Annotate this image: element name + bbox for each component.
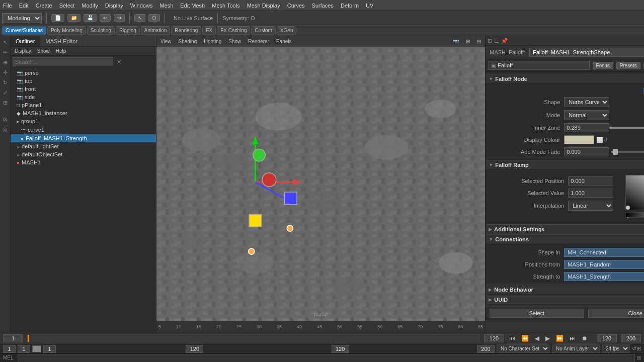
mode-dropdown-attr[interactable]: Normal bbox=[564, 110, 609, 120]
inner-zone-input[interactable] bbox=[564, 123, 609, 132]
menu-deform[interactable]: Deform bbox=[341, 3, 359, 9]
selected-value-input[interactable] bbox=[568, 189, 613, 198]
tab-xgen[interactable]: XGen bbox=[277, 26, 297, 35]
tab-outliner[interactable]: Outliner bbox=[11, 36, 41, 46]
menu-create[interactable]: Create bbox=[36, 3, 52, 9]
add-mode-fade-slider[interactable] bbox=[611, 151, 644, 153]
move-btn[interactable]: ✛ bbox=[0, 68, 10, 77]
character-set-dropdown[interactable]: No Character Set bbox=[497, 344, 550, 353]
undo-btn[interactable]: ↩ bbox=[100, 14, 111, 22]
tab-rigging[interactable]: Rigging bbox=[116, 26, 140, 35]
section-uuid[interactable]: ▶ UUID bbox=[486, 295, 644, 305]
step-fwd-btn[interactable]: ⏩ bbox=[555, 335, 565, 342]
new-scene-btn[interactable]: 📄 bbox=[51, 14, 64, 22]
tree-item-side[interactable]: 📷 side bbox=[11, 93, 156, 101]
sculpt-btn[interactable]: ⊕ bbox=[0, 58, 10, 67]
fps-dropdown[interactable]: 24 fps bbox=[602, 344, 630, 353]
soft-select-btn[interactable]: ◎ bbox=[0, 125, 10, 134]
go-to-start-btn[interactable]: ⏮ bbox=[508, 335, 516, 342]
play-fwd-btn[interactable]: ▶ bbox=[544, 335, 551, 342]
menu-surfaces[interactable]: Surfaces bbox=[312, 3, 334, 9]
status-frame-1[interactable] bbox=[3, 345, 16, 353]
tree-item-mash1[interactable]: ● MASH1 bbox=[11, 158, 156, 166]
mode-dropdown[interactable]: Modeling bbox=[2, 13, 42, 23]
vp-renderer-btn[interactable]: Renderer bbox=[246, 38, 271, 45]
tab-fx[interactable]: FX bbox=[202, 26, 216, 35]
menu-uv[interactable]: UV bbox=[366, 3, 373, 9]
interpolation-dropdown[interactable]: Linear bbox=[568, 201, 613, 211]
tab-custom[interactable]: Custom bbox=[251, 26, 275, 35]
section-additional-settings[interactable]: ▶ Additional Settings bbox=[486, 224, 644, 234]
scale-btn[interactable]: ⤢ bbox=[0, 88, 10, 97]
shape-dropdown[interactable]: Nurbs Curve bbox=[564, 97, 609, 107]
start-frame-field[interactable] bbox=[3, 334, 23, 342]
menu-select[interactable]: Select bbox=[59, 3, 75, 9]
tree-item-persp[interactable]: 📷 persp bbox=[11, 69, 156, 77]
vp-shading-btn[interactable]: Shading bbox=[177, 38, 199, 45]
tab-curves-surfaces[interactable]: Curves/Surfaces bbox=[2, 26, 46, 35]
menu-mesh-tools[interactable]: Mesh Tools bbox=[212, 3, 239, 9]
viewport[interactable]: persp bbox=[156, 47, 485, 321]
select-mode-btn[interactable]: ↖ bbox=[0, 38, 10, 47]
status-icon-2[interactable]: ⊞ bbox=[636, 345, 641, 352]
presets-btn[interactable]: Presets bbox=[616, 62, 640, 69]
section-falloff-ramp[interactable]: ▼ Falloff Ramp bbox=[486, 160, 644, 170]
vp-camera-btn[interactable]: 📷 bbox=[451, 38, 461, 45]
section-node-behavior[interactable]: ▶ Node Behavior bbox=[486, 285, 644, 295]
anim-range-field[interactable] bbox=[477, 345, 495, 353]
tab-animation[interactable]: Animation bbox=[141, 26, 170, 35]
tree-item-front[interactable]: 📷 front bbox=[11, 85, 156, 93]
mel-icon[interactable]: ⊞ bbox=[637, 355, 641, 360]
search-clear-icon[interactable]: ✕ bbox=[117, 59, 121, 65]
tab-sculpting[interactable]: Sculpting bbox=[87, 26, 115, 35]
status-frame-2[interactable] bbox=[18, 345, 30, 353]
search-input[interactable] bbox=[13, 57, 113, 66]
tab-mash-editor[interactable]: MASH Editor bbox=[41, 36, 84, 46]
open-btn[interactable]: 📁 bbox=[67, 14, 80, 22]
menu-mesh[interactable]: Mesh bbox=[159, 3, 173, 9]
tab-rendering[interactable]: Rendering bbox=[171, 26, 201, 35]
inner-zone-slider[interactable] bbox=[609, 127, 644, 129]
current-frame-field[interactable] bbox=[597, 334, 617, 342]
vp-grid-btn[interactable]: ⊞ bbox=[464, 38, 472, 45]
vp-panels-btn[interactable]: Panels bbox=[274, 38, 294, 45]
strength-to-input[interactable] bbox=[564, 272, 644, 281]
step-back-btn[interactable]: ⏪ bbox=[520, 335, 530, 342]
play-back-btn[interactable]: ◀ bbox=[534, 335, 540, 342]
menu-display[interactable]: Display bbox=[105, 3, 123, 9]
menu-modify[interactable]: Modify bbox=[82, 3, 98, 9]
positions-from-input[interactable] bbox=[564, 260, 644, 269]
paint-btn[interactable]: ✏ bbox=[0, 48, 10, 57]
end-playback-field[interactable] bbox=[484, 334, 504, 342]
add-mode-fade-thumb[interactable] bbox=[613, 149, 618, 155]
add-mode-fade-input[interactable] bbox=[564, 147, 609, 156]
outliner-show-btn[interactable]: Show bbox=[35, 48, 52, 54]
vp-show-btn[interactable]: Show bbox=[226, 38, 243, 45]
timeline-bar[interactable] bbox=[27, 334, 480, 342]
anim-layer-dropdown[interactable]: No Anim Layer bbox=[552, 344, 600, 353]
section-connections[interactable]: ▼ Connections bbox=[486, 234, 644, 244]
close-button[interactable]: Close bbox=[588, 309, 644, 318]
outliner-help-btn[interactable]: Help bbox=[54, 48, 68, 54]
colour-reset-icon[interactable]: ↺ bbox=[603, 137, 608, 143]
menu-curves[interactable]: Curves bbox=[287, 3, 305, 9]
menu-edit-mesh[interactable]: Edit Mesh bbox=[180, 3, 205, 9]
display-colour-swatch[interactable] bbox=[564, 135, 594, 144]
select-button[interactable]: Select bbox=[490, 309, 584, 318]
rotate-btn[interactable]: ↻ bbox=[0, 78, 10, 87]
tree-item-top[interactable]: 📷 top bbox=[11, 77, 156, 85]
section-falloff-node[interactable]: ▼ Falloff Node bbox=[486, 74, 644, 84]
anim-end-field[interactable] bbox=[621, 334, 641, 342]
save-btn[interactable]: 💾 bbox=[84, 14, 97, 22]
menu-mesh-display[interactable]: Mesh Display bbox=[247, 3, 280, 9]
tree-item-mash1-instancer[interactable]: ◆ MASH1_instancer bbox=[11, 109, 156, 117]
go-to-end-btn[interactable]: ⏭ bbox=[569, 335, 577, 342]
redo-btn[interactable]: ↪ bbox=[114, 14, 125, 22]
menu-windows[interactable]: Windows bbox=[130, 3, 153, 9]
tree-item-curve1[interactable]: 〜 curve1 bbox=[11, 125, 156, 134]
ramp-preview-svg[interactable] bbox=[625, 175, 644, 210]
mel-input[interactable] bbox=[18, 354, 635, 361]
tree-item-falloff[interactable]: ● Falloff_MASH1_Strength bbox=[11, 134, 156, 142]
select-tool-btn[interactable]: ↖ bbox=[134, 14, 145, 22]
record-btn[interactable]: ⏺ bbox=[581, 335, 589, 342]
